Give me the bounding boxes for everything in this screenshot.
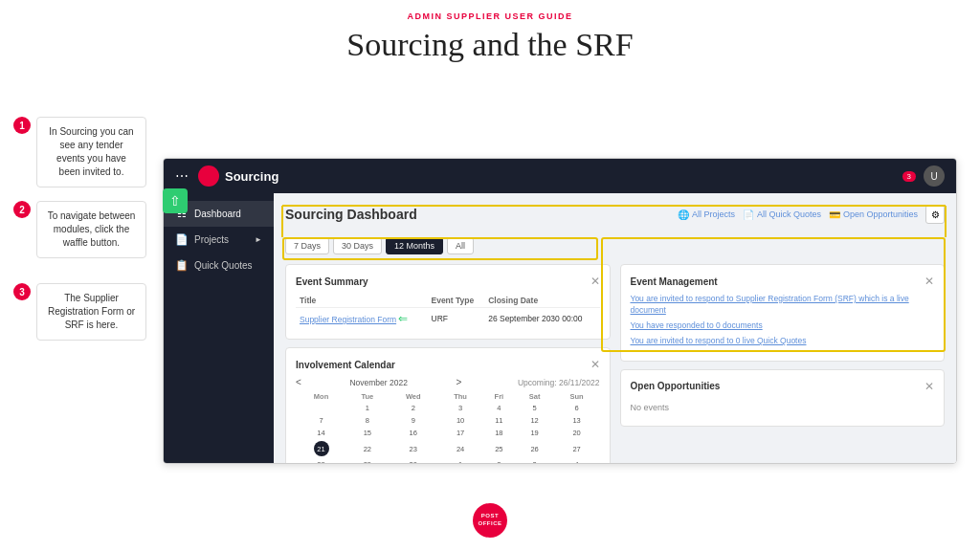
table-row: Supplier Registration Form ⇐ URF 26 Sept… [296,308,600,330]
cal-week-4: 21 22 23 24 25 26 27 [296,439,600,458]
po-line2: OFFICE [479,520,502,528]
day-sun: Sun [554,391,600,402]
cal-cell: 17 [438,427,482,439]
opportunities-toolbar-icon: 💳 [829,209,840,220]
responded-docs-link[interactable]: You have responded to 0 documents [631,320,935,332]
open-opp-title: Open Opportunities [631,381,721,391]
calendar-title: Involvement Calendar [296,360,395,370]
cal-cell: 7 [296,414,346,427]
cal-cell: 6 [554,402,600,414]
event-summary-card: Event Summary ✕ Title Event Type Closing… [285,264,611,340]
event-title-cell: Supplier Registration Form ⇐ [296,308,428,330]
srf-link[interactable]: You are invited to respond to Supplier R… [631,294,935,317]
main-content: Sourcing Dashboard 🌐 All Projects 📄 All … [274,193,956,463]
cal-cell: 8 [346,414,389,427]
cal-cell: 4 [554,458,600,463]
12-months-btn[interactable]: 12 Months [386,237,443,254]
callout-2: To navigate between modules, click the w… [36,201,146,258]
app-screenshot: ⋯ Sourcing 3 U ☷ Dashboard 📄 Projects ► … [163,158,957,464]
cal-cell: 29 [346,458,389,463]
calendar-grid: Mon Tue Wed Thu Fri Sat Sun [296,391,600,463]
cal-cell: 15 [346,427,389,439]
prev-month-btn[interactable]: < [296,377,301,387]
cal-cell: 1 [346,402,389,414]
no-events-label: No events [631,399,935,416]
sidebar-item-quick-quotes[interactable]: 📋 Quick Quotes [164,253,274,278]
event-management-close[interactable]: ✕ [924,275,934,288]
cal-cell: 2 [482,458,515,463]
all-quick-quotes-btn[interactable]: 📄 All Quick Quotes [743,209,821,220]
upcoming-label: Upcoming: 26/11/2022 [518,378,600,387]
all-btn[interactable]: All [447,237,474,254]
event-summary-close[interactable]: ✕ [590,275,600,288]
closing-date-cell: 26 September 2030 00:00 [484,308,599,330]
event-summary-title: Event Summary [296,276,368,287]
cal-week-2: 7 8 9 10 11 12 13 [296,414,600,427]
col-event-type: Event Type [428,294,485,308]
cal-cell: 19 [515,427,553,439]
day-tue: Tue [346,391,389,402]
cal-today-cell[interactable]: 21 [296,439,346,458]
cal-cell: 2 [389,402,438,414]
next-month-btn[interactable]: > [457,377,462,387]
cal-cell: 24 [438,439,482,458]
callout-1: In Sourcing you can see any tender event… [36,117,146,187]
col-closing-date: Closing Date [484,294,599,308]
cal-cell [296,402,346,414]
event-management-card: Event Management ✕ You are invited to re… [620,264,946,362]
quick-quotes-link[interactable]: You are invited to respond to 0 live Qui… [631,336,935,347]
cal-cell: 27 [554,439,600,458]
post-office-circle: POST OFFICE [473,503,507,538]
cal-cell: 3 [515,458,553,463]
supplier-registration-link[interactable]: Supplier Registration Form [300,315,396,324]
callout-number-1: 1 [13,117,31,134]
event-summary-header: Event Summary ✕ [296,275,600,288]
projects-toolbar-icon: 🌐 [678,209,689,220]
app-body: ☷ Dashboard 📄 Projects ► 📋 Quick Quotes … [164,193,956,463]
cal-week-1: 1 2 3 4 5 6 [296,402,600,414]
cal-week-5: 28 29 30 1 2 3 4 [296,458,600,463]
cal-cell: 3 [438,402,482,414]
upload-button[interactable]: ⇧ [163,188,188,213]
settings-button[interactable]: ⚙ [925,205,945,224]
day-sat: Sat [515,391,553,402]
event-management-title: Event Management [631,276,718,287]
chevron-right-icon: ► [255,235,262,244]
top-label: ADMIN SUPPLIER USER GUIDE [0,0,980,27]
cal-cell: 13 [554,414,600,427]
calendar-header: Involvement Calendar ✕ [296,358,600,371]
all-projects-btn[interactable]: 🌐 All Projects [678,209,735,220]
col-title: Title [296,294,428,308]
notification-badge[interactable]: 3 [902,171,916,182]
callout-number-3: 3 [13,283,31,300]
cal-cell: 28 [296,458,346,463]
event-table: Title Event Type Closing Date Supplier R… [296,294,600,329]
callout-number-2: 2 [13,201,31,218]
po-line1: POST [481,513,499,520]
calendar-month: November 2022 [349,378,407,387]
cal-cell: 18 [482,427,515,439]
calendar-close[interactable]: ✕ [590,358,600,371]
open-opportunities-btn[interactable]: 💳 Open Opportunities [829,209,918,220]
quotes-toolbar-icon: 📄 [743,209,754,220]
day-wed: Wed [389,391,438,402]
waffle-button[interactable]: ⋯ [175,168,189,184]
30-days-btn[interactable]: 30 Days [333,237,382,254]
open-opp-close[interactable]: ✕ [924,380,934,393]
day-mon: Mon [296,391,346,402]
calendar-nav: < November 2022 > Upcoming: 26/11/2022 [296,377,600,387]
sidebar: ☷ Dashboard 📄 Projects ► 📋 Quick Quotes [164,193,274,463]
cal-cell: 26 [515,439,553,458]
sidebar-item-projects[interactable]: 📄 Projects ► [164,227,274,253]
7-days-btn[interactable]: 7 Days [285,237,329,254]
cal-cell: 5 [515,402,553,414]
avatar: U [924,165,945,187]
cal-cell: 10 [438,414,482,427]
callout-3: The Supplier Registration Form or SRF is… [36,283,146,341]
app-header: ⋯ Sourcing 3 U [164,159,956,193]
two-col-layout: Event Summary ✕ Title Event Type Closing… [285,264,945,463]
cal-cell: 23 [389,439,438,458]
cal-cell: 25 [482,439,515,458]
event-type-cell: URF [428,308,485,330]
cal-cell: 11 [482,414,515,427]
